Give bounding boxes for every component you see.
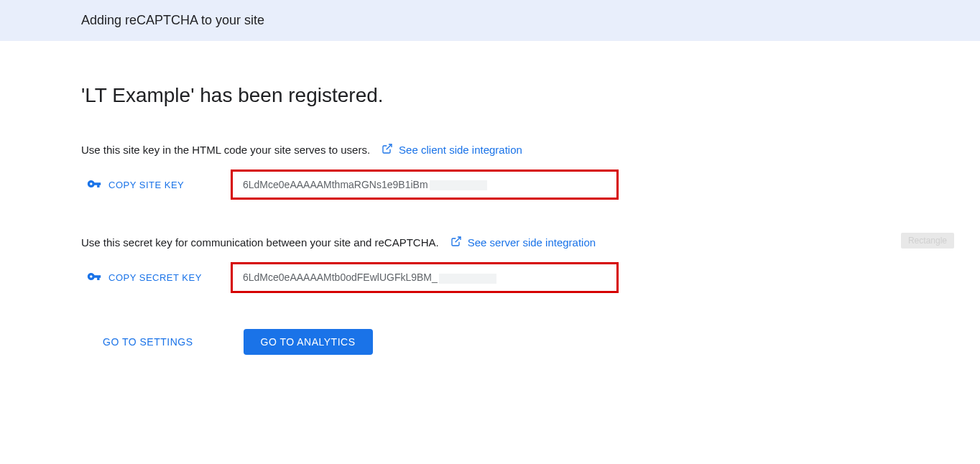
secret-key-description: Use this secret key for communication be… [81,236,439,249]
svg-line-1 [455,237,460,242]
copy-secret-key-label: COPY SECRET KEY [108,272,202,283]
content-area: 'LT Example' has been registered. Use th… [0,84,980,355]
header-title: Adding reCAPTCHA to your site [81,13,980,28]
key-icon [87,177,101,193]
site-key-masked [430,180,487,190]
secret-key-row: COPY SECRET KEY 6LdMce0eAAAAAMtb0odFEwlU… [81,262,899,292]
secret-key-value-box[interactable]: 6LdMce0eAAAAAMtb0odFEwlUGFkL9BM_ [231,262,619,292]
external-link-icon [450,236,462,249]
client-side-integration-link[interactable]: See client side integration [382,143,522,157]
secret-key-masked [439,274,496,284]
server-side-integration-link[interactable]: See server side integration [450,236,596,249]
go-to-settings-button[interactable]: GO TO SETTINGS [103,336,193,348]
site-key-value-box[interactable]: 6LdMce0eAAAAAMthmaRGNs1e9B1iBm [231,170,619,200]
button-row: GO TO SETTINGS GO TO ANALYTICS [103,329,899,355]
page-title: 'LT Example' has been registered. [81,84,899,107]
rectangle-overlay-label: Rectangle [901,233,954,249]
copy-site-key-button[interactable]: COPY SITE KEY [87,177,202,193]
site-key-row: COPY SITE KEY 6LdMce0eAAAAAMthmaRGNs1e9B… [81,170,899,200]
header-bar: Adding reCAPTCHA to your site [0,0,980,41]
key-icon [87,269,101,286]
copy-site-key-label: COPY SITE KEY [108,180,184,190]
copy-secret-key-button[interactable]: COPY SECRET KEY [87,269,202,286]
site-key-description: Use this site key in the HTML code your … [81,144,370,156]
site-key-value: 6LdMce0eAAAAAMthmaRGNs1e9B1iBm [243,179,428,190]
site-key-description-row: Use this site key in the HTML code your … [81,143,899,157]
go-to-analytics-button[interactable]: GO TO ANALYTICS [244,329,373,355]
server-integration-link-text: See server side integration [468,236,596,249]
secret-key-value: 6LdMce0eAAAAAMtb0odFEwlUGFkL9BM_ [243,272,438,283]
secret-key-description-row: Use this secret key for communication be… [81,236,899,249]
client-integration-link-text: See client side integration [399,144,522,156]
svg-line-0 [387,144,392,149]
external-link-icon [382,143,393,157]
